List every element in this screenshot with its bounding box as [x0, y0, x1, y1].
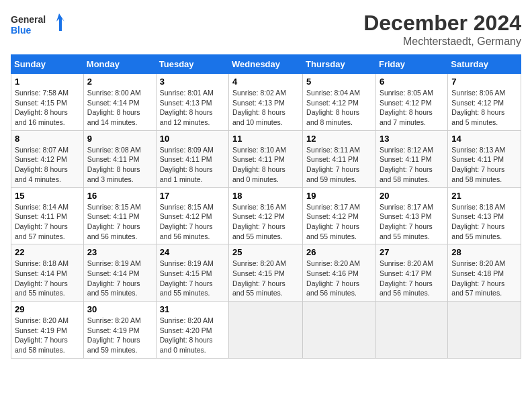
- day-number: 3: [160, 77, 225, 87]
- table-row: 24 Sunrise: 8:19 AMSunset: 4:15 PMDaylig…: [156, 244, 228, 302]
- table-row: 18 Sunrise: 8:16 AMSunset: 4:12 PMDaylig…: [229, 187, 303, 244]
- day-number: 22: [15, 247, 80, 257]
- table-row: 3 Sunrise: 8:01 AMSunset: 4:13 PMDayligh…: [156, 74, 228, 131]
- day-number: 24: [160, 247, 225, 257]
- table-row: 8 Sunrise: 8:07 AMSunset: 4:12 PMDayligh…: [11, 130, 84, 187]
- table-row: 23 Sunrise: 8:19 AMSunset: 4:14 PMDaylig…: [83, 244, 156, 302]
- day-number: 26: [306, 247, 372, 257]
- day-number: 6: [380, 77, 444, 87]
- day-info: Sunrise: 8:19 AMSunset: 4:14 PMDaylight:…: [87, 259, 141, 297]
- table-row: 29 Sunrise: 8:20 AMSunset: 4:19 PMDaylig…: [11, 302, 84, 359]
- day-number: 10: [160, 134, 225, 144]
- table-row: [448, 302, 521, 359]
- table-row: 26 Sunrise: 8:20 AMSunset: 4:16 PMDaylig…: [303, 244, 376, 302]
- day-info: Sunrise: 8:20 AMSunset: 4:19 PMDaylight:…: [15, 316, 69, 354]
- day-number: 18: [232, 191, 299, 201]
- table-row: 25 Sunrise: 8:20 AMSunset: 4:15 PMDaylig…: [229, 244, 303, 302]
- header-monday: Monday: [83, 55, 156, 74]
- table-row: 11 Sunrise: 8:10 AMSunset: 4:11 PMDaylig…: [229, 130, 303, 187]
- day-number: 28: [451, 247, 517, 257]
- table-row: 22 Sunrise: 8:18 AMSunset: 4:14 PMDaylig…: [11, 244, 84, 302]
- day-number: 20: [380, 191, 444, 201]
- day-number: 25: [232, 247, 299, 257]
- table-row: [303, 302, 376, 359]
- table-row: 9 Sunrise: 8:08 AMSunset: 4:11 PMDayligh…: [83, 130, 156, 187]
- day-info: Sunrise: 8:20 AMSunset: 4:17 PMDaylight:…: [380, 259, 433, 297]
- table-row: 12 Sunrise: 8:11 AMSunset: 4:11 PMDaylig…: [303, 130, 376, 187]
- table-row: [375, 302, 447, 359]
- day-number: 7: [451, 77, 517, 87]
- table-row: 27 Sunrise: 8:20 AMSunset: 4:17 PMDaylig…: [375, 244, 447, 302]
- day-number: 15: [15, 191, 80, 201]
- table-row: 28 Sunrise: 8:20 AMSunset: 4:18 PMDaylig…: [448, 244, 521, 302]
- calendar-week-row: 29 Sunrise: 8:20 AMSunset: 4:19 PMDaylig…: [11, 302, 521, 359]
- table-row: [229, 302, 303, 359]
- header-friday: Friday: [375, 55, 447, 74]
- table-row: 31 Sunrise: 8:20 AMSunset: 4:20 PMDaylig…: [156, 302, 228, 359]
- title-block: December 2024 Mechterstaedt, Germany: [363, 11, 521, 48]
- day-info: Sunrise: 8:04 AMSunset: 4:12 PMDaylight:…: [306, 89, 360, 126]
- header-thursday: Thursday: [303, 55, 376, 74]
- day-number: 8: [15, 134, 80, 144]
- day-info: Sunrise: 8:12 AMSunset: 4:11 PMDaylight:…: [380, 146, 433, 183]
- day-info: Sunrise: 8:19 AMSunset: 4:15 PMDaylight:…: [160, 259, 214, 297]
- table-row: 10 Sunrise: 8:09 AMSunset: 4:11 PMDaylig…: [156, 130, 228, 187]
- table-row: 13 Sunrise: 8:12 AMSunset: 4:11 PMDaylig…: [375, 130, 447, 187]
- table-row: 2 Sunrise: 8:00 AMSunset: 4:14 PMDayligh…: [83, 74, 156, 131]
- day-number: 31: [160, 304, 225, 314]
- calendar-table: Sunday Monday Tuesday Wednesday Thursday…: [11, 54, 521, 359]
- day-info: Sunrise: 8:15 AMSunset: 4:11 PMDaylight:…: [87, 203, 141, 240]
- day-info: Sunrise: 7:58 AMSunset: 4:15 PMDaylight:…: [15, 89, 69, 126]
- header-sunday: Sunday: [11, 55, 84, 74]
- day-info: Sunrise: 8:07 AMSunset: 4:12 PMDaylight:…: [15, 146, 69, 183]
- page-header: General Blue December 2024 Mechterstaedt…: [11, 11, 521, 48]
- table-row: 4 Sunrise: 8:02 AMSunset: 4:13 PMDayligh…: [229, 74, 303, 131]
- day-info: Sunrise: 8:10 AMSunset: 4:11 PMDaylight:…: [232, 146, 286, 183]
- table-row: 19 Sunrise: 8:17 AMSunset: 4:12 PMDaylig…: [303, 187, 376, 244]
- day-number: 19: [306, 191, 372, 201]
- table-row: 17 Sunrise: 8:15 AMSunset: 4:12 PMDaylig…: [156, 187, 228, 244]
- day-number: 17: [160, 191, 225, 201]
- location-title: Mechterstaedt, Germany: [363, 36, 521, 48]
- header-saturday: Saturday: [448, 55, 521, 74]
- day-info: Sunrise: 8:06 AMSunset: 4:12 PMDaylight:…: [451, 89, 505, 126]
- day-info: Sunrise: 8:09 AMSunset: 4:11 PMDaylight:…: [160, 146, 214, 183]
- day-number: 4: [232, 77, 299, 87]
- header-wednesday: Wednesday: [229, 55, 303, 74]
- logo-svg: General Blue: [11, 11, 64, 38]
- day-info: Sunrise: 8:17 AMSunset: 4:13 PMDaylight:…: [380, 203, 433, 240]
- day-info: Sunrise: 8:18 AMSunset: 4:13 PMDaylight:…: [451, 203, 505, 240]
- day-number: 9: [87, 134, 152, 144]
- table-row: 6 Sunrise: 8:05 AMSunset: 4:12 PMDayligh…: [375, 74, 447, 131]
- day-number: 23: [87, 247, 152, 257]
- day-number: 1: [15, 77, 80, 87]
- day-info: Sunrise: 8:00 AMSunset: 4:14 PMDaylight:…: [87, 89, 141, 126]
- day-info: Sunrise: 8:18 AMSunset: 4:14 PMDaylight:…: [15, 259, 69, 297]
- calendar-header-row: Sunday Monday Tuesday Wednesday Thursday…: [11, 55, 521, 74]
- table-row: 15 Sunrise: 8:14 AMSunset: 4:11 PMDaylig…: [11, 187, 84, 244]
- day-number: 27: [380, 247, 444, 257]
- table-row: 7 Sunrise: 8:06 AMSunset: 4:12 PMDayligh…: [448, 74, 521, 131]
- calendar-week-row: 22 Sunrise: 8:18 AMSunset: 4:14 PMDaylig…: [11, 244, 521, 302]
- logo: General Blue: [11, 11, 64, 38]
- table-row: 30 Sunrise: 8:20 AMSunset: 4:19 PMDaylig…: [83, 302, 156, 359]
- day-number: 2: [87, 77, 152, 87]
- table-row: 21 Sunrise: 8:18 AMSunset: 4:13 PMDaylig…: [448, 187, 521, 244]
- day-info: Sunrise: 8:20 AMSunset: 4:18 PMDaylight:…: [451, 259, 505, 297]
- day-info: Sunrise: 8:16 AMSunset: 4:12 PMDaylight:…: [232, 203, 286, 240]
- header-tuesday: Tuesday: [156, 55, 228, 74]
- day-info: Sunrise: 8:20 AMSunset: 4:19 PMDaylight:…: [87, 316, 141, 354]
- day-number: 21: [451, 191, 517, 201]
- svg-marker-2: [56, 13, 64, 31]
- day-number: 16: [87, 191, 152, 201]
- month-title: December 2024: [363, 11, 521, 36]
- calendar-week-row: 8 Sunrise: 8:07 AMSunset: 4:12 PMDayligh…: [11, 130, 521, 187]
- day-info: Sunrise: 8:01 AMSunset: 4:13 PMDaylight:…: [160, 89, 214, 126]
- table-row: 14 Sunrise: 8:13 AMSunset: 4:11 PMDaylig…: [448, 130, 521, 187]
- day-number: 30: [87, 304, 152, 314]
- table-row: 16 Sunrise: 8:15 AMSunset: 4:11 PMDaylig…: [83, 187, 156, 244]
- calendar-week-row: 15 Sunrise: 8:14 AMSunset: 4:11 PMDaylig…: [11, 187, 521, 244]
- day-info: Sunrise: 8:20 AMSunset: 4:16 PMDaylight:…: [306, 259, 360, 297]
- day-number: 12: [306, 134, 372, 144]
- day-info: Sunrise: 8:05 AMSunset: 4:12 PMDaylight:…: [380, 89, 433, 126]
